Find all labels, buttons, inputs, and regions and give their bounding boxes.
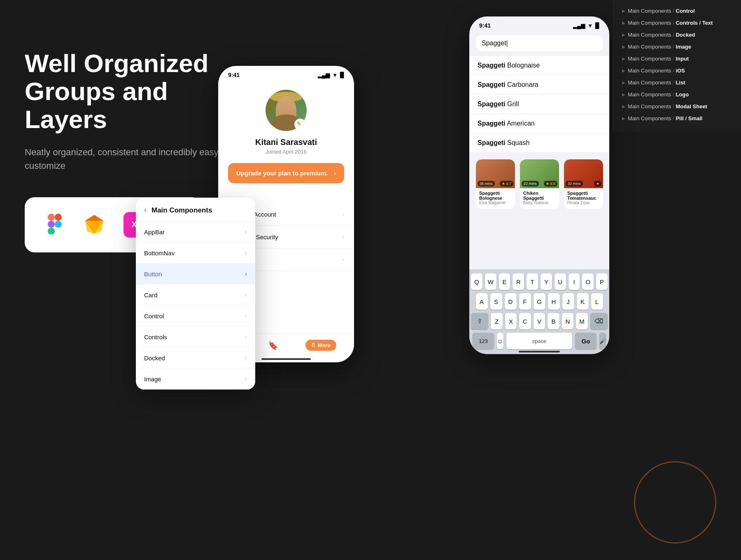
phone-search: 9:41 ▂▄▆ ▼ ▉ Spagget| Spaggeti Bolognais…: [469, 16, 609, 354]
wifi-icon: ▼: [332, 72, 338, 78]
layer-controls-text[interactable]: ▶ Main Components / Controls / Text: [614, 17, 741, 29]
search-results: Spaggeti Bolognaise Spaggeti Carbonara S…: [469, 56, 609, 153]
layer-list[interactable]: ▶ Main Components / List: [614, 77, 741, 89]
food-card-img-2: 22 mins ★ 4.6: [520, 159, 559, 188]
edit-icon[interactable]: ✏️: [294, 119, 306, 130]
svg-rect-2: [48, 221, 55, 228]
food-name-2: Chiken Spaggetti: [523, 191, 556, 201]
menu-item-appbar[interactable]: AppBar ›: [136, 222, 255, 243]
chevron-icon: ›: [245, 333, 247, 341]
key-f[interactable]: F: [519, 293, 531, 310]
food-card-img-3: 32 mins ★: [564, 159, 603, 188]
food-name-1: Spaggetti Bolognese: [479, 191, 512, 201]
chevron-icon: ›: [245, 312, 247, 320]
key-q[interactable]: Q: [471, 273, 482, 290]
search-result-4[interactable]: Spaggeti American: [469, 114, 609, 133]
food-name-3: Spaggetti Tomatensauc: [567, 191, 600, 201]
key-a[interactable]: A: [476, 293, 488, 310]
kb-row-3: ⇧ Z X C V B N M ⌫: [471, 313, 608, 329]
battery-icon: ▉: [340, 72, 344, 78]
food-card-2[interactable]: 22 mins ★ 4.6 Chiken Spaggetti Baby Tsab…: [520, 159, 559, 209]
upgrade-button[interactable]: Upgrade your plan to premium. ›: [228, 163, 344, 183]
chevron-icon: ›: [342, 256, 344, 263]
search-status-bar: 9:41 ▂▄▆ ▼ ▉: [469, 16, 609, 32]
search-result-1[interactable]: Spaggeti Bolognaise: [469, 56, 609, 75]
key-b[interactable]: B: [548, 313, 559, 329]
search-result-3[interactable]: Spaggeti Grill: [469, 95, 609, 114]
chevron-right-icon: ›: [334, 170, 336, 177]
menu-item-controls[interactable]: Controls ›: [136, 327, 255, 348]
key-l[interactable]: L: [591, 293, 603, 310]
chevron-icon: ›: [245, 354, 247, 362]
menu-item-image[interactable]: Image ›: [136, 369, 255, 390]
key-backspace[interactable]: ⌫: [590, 313, 608, 329]
food-card-3[interactable]: 32 mins ★ Spaggetti Tomatensauc Hinata Z…: [564, 159, 603, 209]
key-go[interactable]: Go: [575, 333, 597, 349]
key-c[interactable]: C: [519, 313, 531, 329]
search-result-2[interactable]: Spaggeti Carbonara: [469, 75, 609, 95]
food-card-img-1: 35 mins ★ 4.7: [476, 159, 515, 188]
headline: Well Organized Groups and Layers: [25, 49, 231, 134]
layer-input[interactable]: ▶ Main Components / Input: [614, 53, 741, 65]
profile-content: ✏️ Kitani Sarasvati Joined April 2016 Up…: [218, 82, 354, 203]
key-mic[interactable]: 🎤: [599, 333, 606, 349]
key-shift[interactable]: ⇧: [471, 313, 488, 329]
menu-item-bottomnav[interactable]: BottomNav ›: [136, 243, 255, 264]
food-time-2: 22 mins: [522, 181, 539, 187]
menu-item-card[interactable]: Card ›: [136, 285, 255, 306]
key-v[interactable]: V: [534, 313, 545, 329]
key-n[interactable]: N: [562, 313, 574, 329]
more-pill[interactable]: ⠿ More: [305, 340, 336, 351]
layer-ios[interactable]: ▶ Main Components / iOS: [614, 65, 741, 77]
key-d[interactable]: D: [505, 293, 517, 310]
menu-item-control[interactable]: Control ›: [136, 306, 255, 327]
kb-row-1: Q W E R T Y U I O P: [471, 273, 608, 290]
key-i[interactable]: I: [569, 273, 580, 290]
status-icons: ▂▄▆ ▼ ▉: [318, 72, 344, 78]
food-author-1: Elsa Magarine: [479, 201, 512, 205]
menu-item-docked[interactable]: Docked ›: [136, 348, 255, 369]
layer-logo[interactable]: ▶ Main Components / Logo: [614, 89, 741, 100]
key-m[interactable]: M: [576, 313, 588, 329]
key-k[interactable]: K: [577, 293, 589, 310]
layers-panel: ▶ Main Components / Control ▶ Main Compo…: [613, 0, 741, 132]
search-result-5[interactable]: Spaggeti Squash: [469, 133, 609, 153]
figma-icon: [44, 214, 65, 236]
food-rating-1: ★ 4.7: [500, 181, 513, 187]
key-space[interactable]: space: [506, 333, 572, 349]
key-p[interactable]: P: [596, 273, 608, 290]
key-s[interactable]: S: [490, 293, 502, 310]
key-w[interactable]: W: [485, 273, 496, 290]
key-z[interactable]: Z: [491, 313, 503, 329]
key-t[interactable]: T: [527, 273, 538, 290]
key-123[interactable]: 123: [473, 333, 494, 349]
key-r[interactable]: R: [513, 273, 524, 290]
menu-item-button[interactable]: Button ›: [136, 264, 255, 285]
layer-modal[interactable]: ▶ Main Components / Modal Sheet: [614, 100, 741, 112]
key-e[interactable]: E: [499, 273, 510, 290]
key-y[interactable]: Y: [541, 273, 552, 290]
key-emoji[interactable]: ☺: [497, 333, 503, 349]
food-cards-row: 35 mins ★ 4.7 Spaggetti Bolognese Elsa M…: [469, 153, 609, 216]
layer-docked[interactable]: ▶ Main Components / Docked: [614, 29, 741, 41]
kb-row-4: 123 ☺ space Go 🎤: [471, 333, 608, 349]
key-o[interactable]: O: [582, 273, 594, 290]
food-time-3: 32 mins: [566, 181, 583, 187]
nav-bookmark[interactable]: 🔖: [268, 341, 278, 350]
key-j[interactable]: J: [562, 293, 574, 310]
chevron-icon: ›: [342, 210, 344, 218]
layer-control[interactable]: ▶ Main Components / Control: [614, 5, 741, 17]
key-u[interactable]: U: [555, 273, 566, 290]
avatar: ✏️: [266, 90, 307, 131]
key-h[interactable]: H: [548, 293, 560, 310]
search-bar[interactable]: Spagget|: [476, 35, 603, 51]
status-icons-search: ▂▄▆ ▼ ▉: [573, 23, 599, 29]
layer-pill[interactable]: ▶ Main Components / Pill / Small: [614, 112, 741, 124]
layer-image[interactable]: ▶ Main Components / Image: [614, 41, 741, 53]
food-card-1[interactable]: 35 mins ★ 4.7 Spaggetti Bolognese Elsa M…: [476, 159, 515, 209]
key-x[interactable]: X: [505, 313, 517, 329]
key-g[interactable]: G: [534, 293, 545, 310]
chevron-icon: ›: [245, 291, 247, 299]
back-button[interactable]: ‹: [144, 206, 147, 215]
nav-more[interactable]: ⠿ More: [305, 340, 336, 351]
